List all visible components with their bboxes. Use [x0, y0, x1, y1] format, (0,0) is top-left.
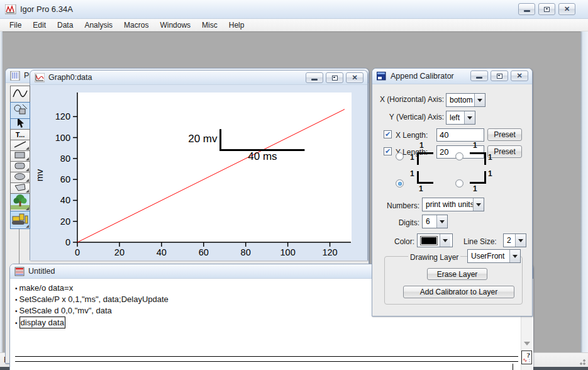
arrow-tool[interactable]: [10, 118, 30, 130]
chevron-down-icon[interactable]: [440, 234, 450, 247]
restore-button[interactable]: [538, 3, 555, 15]
flyout-indicator-icon[interactable]: [26, 179, 29, 182]
calibrator-corner-bottom-left-bar: [417, 171, 419, 184]
menu-help[interactable]: Help: [223, 20, 250, 31]
orientation-radio-top-left[interactable]: [396, 152, 404, 160]
line-size-select[interactable]: 2: [503, 233, 526, 247]
command-history-line[interactable]: •display data: [15, 317, 169, 328]
svg-text:60: 60: [199, 247, 209, 257]
calibrator-corner-top-left-bar: [417, 152, 419, 165]
drawing-layer-select[interactable]: UserFront: [467, 249, 521, 263]
panel-minimize-button[interactable]: [470, 70, 488, 81]
add-calibrator-button[interactable]: Add Calibrator to Layer: [403, 286, 514, 298]
command-text[interactable]: SetScale d 0,0,"mv", data: [19, 305, 112, 316]
svg-text:20: 20: [60, 216, 70, 227]
erase-layer-button[interactable]: Erase Layer: [427, 268, 487, 280]
orientation-radio-top-right[interactable]: [455, 152, 463, 160]
text-tool[interactable]: T...: [10, 129, 30, 140]
flyout-indicator-icon[interactable]: [26, 189, 29, 193]
menu-macros[interactable]: Macros: [118, 20, 154, 31]
command-bullet: •: [15, 306, 18, 317]
flyout-indicator-icon[interactable]: [26, 147, 29, 150]
roundrect-tool[interactable]: [10, 161, 30, 172]
menu-analysis[interactable]: Analysis: [79, 20, 118, 31]
line-tool[interactable]: [10, 140, 30, 151]
resize-grip[interactable]: [578, 357, 585, 365]
history-splitter[interactable]: [15, 356, 518, 357]
graph-minimize-button[interactable]: [306, 72, 323, 83]
x-preset-button[interactable]: Preset: [487, 128, 522, 141]
svg-text:120: 120: [322, 247, 337, 257]
workspace: Pr T... Graph0:data ✕ 020406080100120020…: [0, 31, 588, 352]
command-history-line[interactable]: •SetScale d 0,0,"mv", data: [15, 305, 169, 317]
chevron-down-icon[interactable]: [436, 215, 447, 228]
orientation-radio-bottom-right[interactable]: [455, 179, 463, 188]
graph-close-button[interactable]: ✕: [346, 72, 363, 83]
minimize-button[interactable]: [518, 3, 535, 15]
x-axis-label: X (Horizontal) Axis:: [377, 95, 444, 104]
x-length-checkbox[interactable]: ✔: [384, 130, 392, 138]
chevron-down-icon[interactable]: [515, 234, 526, 247]
oval-tool[interactable]: [10, 172, 30, 183]
menu-data[interactable]: Data: [52, 20, 79, 31]
graph-restore-button[interactable]: [326, 72, 343, 83]
igor-help-button[interactable]: ? ∿ :: [521, 350, 532, 364]
color-select[interactable]: [417, 233, 453, 247]
close-button[interactable]: ✕: [558, 3, 575, 15]
menu-file[interactable]: File: [4, 20, 27, 31]
rect-tool[interactable]: [10, 150, 30, 162]
chevron-down-icon[interactable]: [474, 94, 485, 106]
draw-mode-tool[interactable]: [10, 102, 30, 119]
x-length-label: X Length:: [396, 131, 428, 140]
orientation-unit-label: 1: [410, 169, 414, 178]
command-text[interactable]: SetScale/P x 0,1,"ms", data;DelayUpdate: [19, 294, 169, 305]
chevron-down-icon[interactable]: [473, 198, 484, 211]
menu-windows[interactable]: Windows: [154, 20, 196, 31]
flyout-indicator-icon[interactable]: [26, 225, 29, 228]
app-title: Igor Pro 6.34A: [20, 4, 73, 14]
y-preset-button[interactable]: Preset: [487, 145, 522, 158]
command-text[interactable]: make/o data=x: [19, 283, 74, 293]
command-history-line[interactable]: •SetScale/P x 0,1,"ms", data;DelayUpdate: [15, 294, 169, 305]
scroll-down-icon[interactable]: [524, 342, 530, 349]
panel-close-button[interactable]: ✕: [511, 70, 528, 81]
graph-window-titlebar[interactable]: Graph0:data ✕: [30, 70, 367, 85]
svg-text:100: 100: [280, 247, 296, 257]
flyout-indicator-icon[interactable]: [26, 157, 29, 160]
orientation-radio-bottom-left[interactable]: [396, 179, 404, 188]
x-axis-select[interactable]: bottom: [446, 93, 485, 107]
svg-text:20: 20: [114, 247, 125, 257]
color-label: Color:: [377, 237, 414, 246]
append-calibrator-panel[interactable]: Append Calibrator ✕ X (Horizontal) Axis:…: [372, 68, 533, 317]
y-axis-value: left: [450, 113, 464, 122]
svg-text:80: 80: [241, 247, 251, 257]
red-wave-icon: ∿: [523, 357, 528, 363]
chevron-down-icon[interactable]: [509, 250, 520, 262]
panel-restore-button[interactable]: [491, 70, 508, 81]
graph-mode-tool[interactable]: [10, 86, 30, 103]
svg-text:100: 100: [55, 133, 70, 143]
orientation-unit-label: 1: [473, 141, 477, 150]
panel-titlebar[interactable]: Append Calibrator ✕: [372, 69, 532, 84]
menu-misc[interactable]: Misc: [196, 20, 223, 31]
menu-edit[interactable]: Edit: [27, 20, 52, 31]
close-icon: ✕: [516, 72, 522, 79]
graph-window[interactable]: Graph0:data ✕ 02040608010012002040608010…: [30, 70, 368, 261]
graph-plot-area[interactable]: 020406080100120020406080100120msmv20 mv4…: [30, 85, 367, 261]
y-axis-select[interactable]: left: [446, 111, 475, 125]
numbers-select[interactable]: print with units: [422, 198, 484, 211]
command-history-line[interactable]: •make/o data=x: [15, 283, 169, 294]
y-length-checkbox[interactable]: ✔: [384, 147, 392, 155]
flyout-indicator-icon[interactable]: [26, 207, 29, 210]
chevron-down-icon[interactable]: [464, 111, 475, 124]
graph-window-title: Graph0:data: [48, 73, 92, 82]
command-text[interactable]: display data: [19, 317, 65, 328]
polygon-tool[interactable]: [10, 182, 30, 194]
environment-tool[interactable]: [10, 193, 30, 211]
line-size-value: 2: [507, 236, 515, 245]
x-length-input[interactable]: 40: [436, 128, 484, 142]
flyout-indicator-icon[interactable]: [26, 168, 29, 171]
digits-select[interactable]: 6: [422, 215, 448, 228]
igor-app-icon: [5, 4, 16, 14]
bulldozer-tool[interactable]: [10, 211, 30, 229]
